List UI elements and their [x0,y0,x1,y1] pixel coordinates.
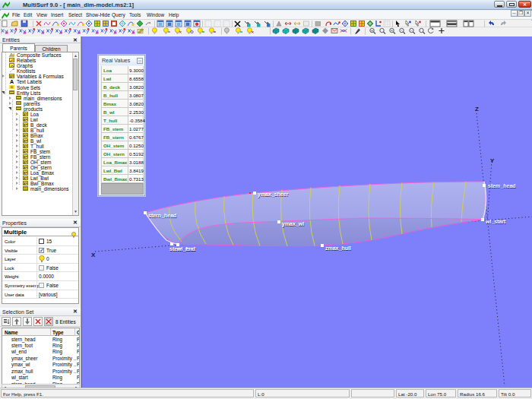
svg-text:⋮: ⋮ [400,29,404,33]
svg-text:+: + [371,29,373,33]
